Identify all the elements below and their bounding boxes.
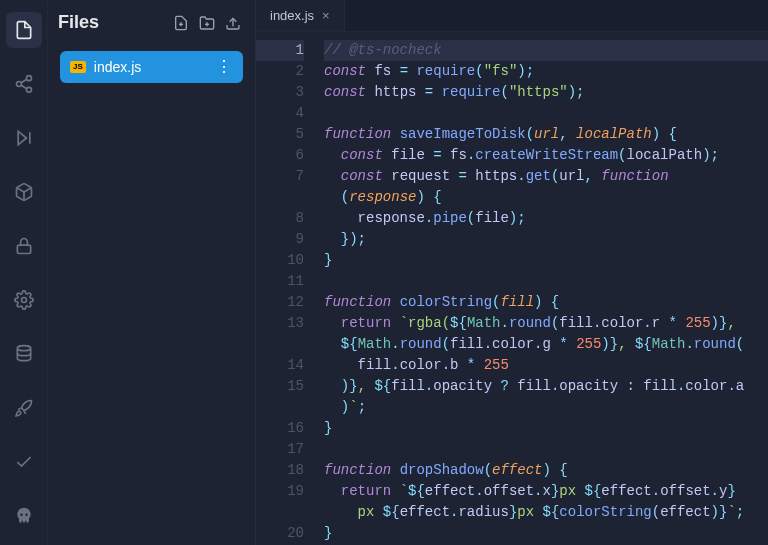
activity-share-icon[interactable] [6, 66, 42, 102]
code-line[interactable]: const fs = require("fs"); [324, 61, 768, 82]
sidebar-title: Files [58, 12, 99, 33]
code-line[interactable] [324, 103, 768, 124]
svg-point-9 [21, 298, 26, 303]
code-line[interactable]: (response) { [324, 187, 768, 208]
file-item-index-js[interactable]: JS index.js ⋮ [60, 51, 243, 83]
editor-area: index.js × 12345678910111213141516171819… [256, 0, 768, 545]
activity-rocket-icon[interactable] [6, 390, 42, 426]
code-line[interactable]: function dropShadow(effect) { [324, 460, 768, 481]
code-editor[interactable]: 1234567891011121314151617181920 // @ts-n… [256, 32, 768, 545]
upload-icon[interactable] [225, 15, 241, 31]
code-content[interactable]: // @ts-nocheckconst fs = require("fs");c… [318, 32, 768, 545]
line-number: 12 [256, 292, 304, 313]
code-line[interactable]: response.pipe(file); [324, 208, 768, 229]
tab-index-js[interactable]: index.js × [256, 0, 345, 31]
code-line[interactable]: function colorString(fill) { [324, 292, 768, 313]
svg-point-2 [26, 87, 31, 92]
svg-point-1 [16, 82, 21, 87]
file-explorer: Files JS index.js ⋮ [48, 0, 256, 545]
activity-bar [0, 0, 48, 545]
activity-lock-icon[interactable] [6, 228, 42, 264]
tab-label: index.js [270, 8, 314, 23]
code-line[interactable]: } [324, 523, 768, 544]
activity-skull-icon[interactable] [6, 498, 42, 534]
line-number [256, 187, 304, 208]
svg-point-10 [17, 346, 30, 351]
line-number: 2 [256, 61, 304, 82]
activity-package-icon[interactable] [6, 174, 42, 210]
line-number: 5 [256, 124, 304, 145]
sidebar-actions [173, 15, 241, 31]
code-line[interactable]: )}, ${fill.opacity ? fill.opacity : fill… [324, 376, 768, 397]
code-line[interactable]: const file = fs.createWriteStream(localP… [324, 145, 768, 166]
line-number: 11 [256, 271, 304, 292]
code-line[interactable] [324, 271, 768, 292]
code-line[interactable] [324, 439, 768, 460]
line-number [256, 334, 304, 355]
code-line[interactable]: } [324, 418, 768, 439]
new-folder-icon[interactable] [199, 15, 215, 31]
svg-rect-8 [17, 245, 30, 253]
line-number: 6 [256, 145, 304, 166]
code-line[interactable]: fill.color.b * 255 [324, 355, 768, 376]
new-file-icon[interactable] [173, 15, 189, 31]
code-line[interactable]: return `rgba(${Math.round(fill.color.r *… [324, 313, 768, 334]
line-number: 3 [256, 82, 304, 103]
line-number: 1 [256, 40, 304, 61]
svg-line-4 [21, 85, 27, 89]
svg-marker-5 [18, 131, 26, 144]
svg-line-3 [21, 79, 27, 83]
line-number: 17 [256, 439, 304, 460]
activity-settings-icon[interactable] [6, 282, 42, 318]
line-number: 13 [256, 313, 304, 334]
code-line[interactable]: ${Math.round(fill.color.g * 255)}, ${Mat… [324, 334, 768, 355]
code-line[interactable]: const https = require("https"); [324, 82, 768, 103]
code-line[interactable]: )`; [324, 397, 768, 418]
code-line[interactable]: return `${effect.offset.x}px ${effect.of… [324, 481, 768, 502]
line-number: 16 [256, 418, 304, 439]
activity-database-icon[interactable] [6, 336, 42, 372]
activity-files-icon[interactable] [6, 12, 42, 48]
code-line[interactable]: // @ts-nocheck [324, 40, 768, 61]
file-label: index.js [94, 59, 208, 75]
line-number: 14 [256, 355, 304, 376]
tab-close-icon[interactable]: × [322, 8, 330, 23]
svg-point-0 [26, 76, 31, 81]
activity-play-icon[interactable] [6, 120, 42, 156]
line-number [256, 397, 304, 418]
line-number: 20 [256, 523, 304, 544]
tab-bar: index.js × [256, 0, 768, 32]
code-line[interactable]: }); [324, 229, 768, 250]
line-number: 7 [256, 166, 304, 187]
code-line[interactable]: const request = https.get(url, function [324, 166, 768, 187]
line-number: 9 [256, 229, 304, 250]
sidebar-header: Files [48, 0, 255, 51]
code-line[interactable]: px ${effect.radius}px ${colorString(effe… [324, 502, 768, 523]
line-number: 4 [256, 103, 304, 124]
line-number [256, 502, 304, 523]
code-line[interactable]: function saveImageToDisk(url, localPath)… [324, 124, 768, 145]
line-number: 18 [256, 460, 304, 481]
line-number: 19 [256, 481, 304, 502]
code-line[interactable]: } [324, 250, 768, 271]
line-number: 8 [256, 208, 304, 229]
file-type-badge: JS [70, 61, 86, 73]
line-number: 10 [256, 250, 304, 271]
line-number: 15 [256, 376, 304, 397]
activity-check-icon[interactable] [6, 444, 42, 480]
line-number-gutter: 1234567891011121314151617181920 [256, 32, 318, 545]
